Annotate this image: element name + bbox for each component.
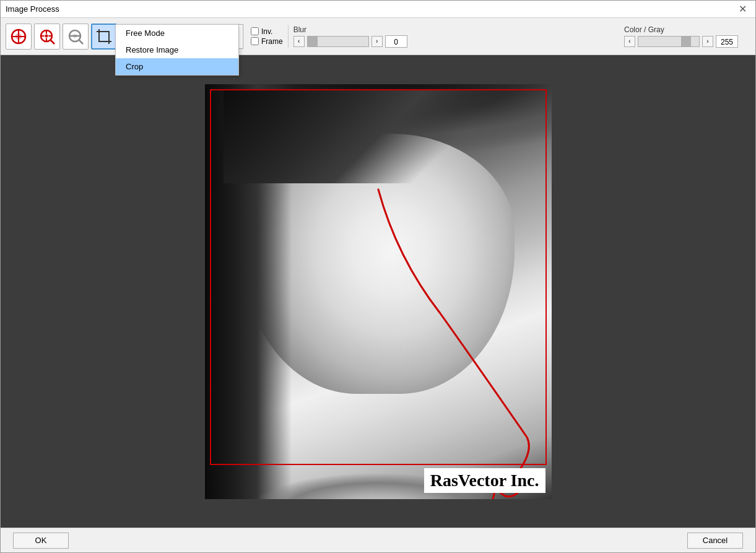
color-gray-value: 255 bbox=[716, 35, 738, 48]
blur-slider-thumb bbox=[308, 37, 318, 46]
frame-checkbox[interactable] bbox=[251, 37, 259, 45]
blur-decrease-button[interactable]: ‹ bbox=[293, 36, 305, 47]
inv-checkbox[interactable] bbox=[251, 27, 259, 35]
main-window: Image Process ✕ bbox=[0, 0, 756, 553]
watermark: RasVector Inc. bbox=[424, 468, 545, 493]
menu-item-restore-image[interactable]: Restore Image bbox=[116, 41, 238, 58]
zoom-out-button[interactable] bbox=[63, 24, 89, 50]
svg-point-11 bbox=[73, 34, 77, 38]
bottom-bar: OK Cancel bbox=[1, 528, 755, 552]
zoom-fit-icon bbox=[10, 28, 27, 45]
hair-texture bbox=[224, 90, 533, 183]
color-gray-decrease-button[interactable]: ‹ bbox=[624, 36, 635, 47]
zoom-out-icon bbox=[67, 28, 84, 45]
image-container: RasVector Inc. bbox=[205, 84, 552, 499]
blur-section: Blur ‹ › 0 bbox=[293, 25, 407, 48]
blur-slider-track[interactable] bbox=[307, 36, 369, 47]
svg-point-3 bbox=[15, 33, 22, 40]
color-gray-slider-row: ‹ › 255 bbox=[624, 35, 738, 48]
context-menu: Free Mode Restore Image Crop bbox=[115, 24, 239, 76]
zoom-fit-button[interactable] bbox=[6, 24, 32, 50]
svg-point-7 bbox=[45, 34, 48, 38]
toolbar: Inv. Frame Blur ‹ › 0 Color / Gray bbox=[1, 18, 755, 55]
crop-icon bbox=[95, 28, 113, 45]
inv-label: Inv. bbox=[261, 27, 272, 36]
color-gray-slider-track[interactable] bbox=[638, 36, 700, 47]
blur-value: 0 bbox=[385, 35, 407, 48]
portrait-image bbox=[205, 84, 552, 499]
frame-checkbox-row: Frame bbox=[251, 37, 283, 46]
zoom-in-button[interactable] bbox=[34, 24, 60, 50]
window-title: Image Process bbox=[6, 4, 59, 14]
blur-label: Blur bbox=[293, 25, 306, 34]
close-button[interactable]: ✕ bbox=[735, 2, 750, 16]
blur-increase-button[interactable]: › bbox=[371, 36, 383, 47]
menu-item-crop[interactable]: Crop bbox=[116, 58, 238, 75]
crop-button[interactable] bbox=[91, 24, 117, 50]
frame-label: Frame bbox=[261, 37, 283, 46]
svg-line-12 bbox=[79, 40, 83, 44]
main-canvas-area[interactable]: RasVector Inc. bbox=[1, 55, 755, 528]
blur-slider-row: ‹ › 0 bbox=[293, 35, 407, 48]
cancel-button[interactable]: Cancel bbox=[687, 533, 743, 549]
color-gray-increase-button[interactable]: › bbox=[702, 36, 713, 47]
svg-rect-13 bbox=[99, 32, 109, 41]
separator-1 bbox=[288, 25, 289, 48]
inv-checkbox-row: Inv. bbox=[251, 27, 283, 36]
title-bar: Image Process ✕ bbox=[1, 1, 755, 18]
color-gray-section: Color / Gray ‹ › 255 bbox=[624, 25, 738, 48]
color-gray-slider-thumb bbox=[681, 37, 691, 46]
zoom-in-icon bbox=[38, 28, 56, 45]
ok-button[interactable]: OK bbox=[13, 533, 69, 549]
svg-line-8 bbox=[50, 40, 54, 44]
menu-item-free-mode[interactable]: Free Mode bbox=[116, 25, 238, 41]
color-gray-label: Color / Gray bbox=[624, 25, 664, 34]
